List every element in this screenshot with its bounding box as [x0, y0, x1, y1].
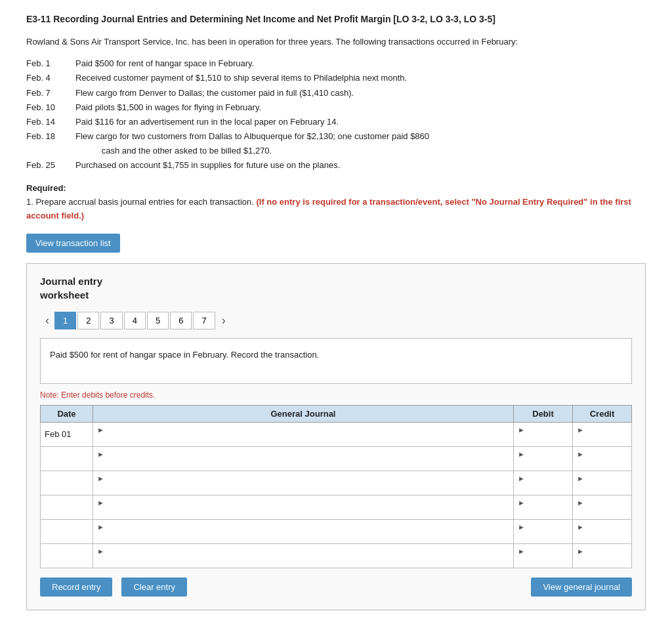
transaction-line-1: Feb. 1 Paid $500 for rent of hangar spac… [26, 56, 646, 71]
transaction-date-6: Feb. 18 [26, 129, 75, 158]
intro-paragraph: Rowland & Sons Air Transport Service, In… [26, 35, 646, 49]
clear-entry-button[interactable]: Clear entry [121, 578, 187, 597]
row6-date [41, 543, 93, 568]
transaction-text-6: Flew cargo for two customers from Dallas… [75, 129, 429, 158]
worksheet-title: Journal entryworksheet [40, 274, 632, 302]
journal-note: Note: Enter debits before credits. [40, 390, 632, 400]
main-title: E3-11 Recording Journal Entries and Dete… [26, 13, 646, 26]
row3-debit[interactable]: ► [514, 471, 573, 495]
transaction-text-7: Purchased on account $1,755 in supplies … [75, 158, 340, 173]
row3-debit-input[interactable] [518, 483, 568, 493]
row2-debit[interactable]: ► [514, 446, 573, 471]
transaction-text-2: Received customer payment of $1,510 to s… [75, 71, 407, 85]
table-row: ► ► ► [41, 471, 632, 495]
row6-credit[interactable]: ► [573, 543, 632, 568]
transaction-date-5: Feb. 14 [26, 115, 75, 129]
row5-credit-input[interactable] [577, 532, 627, 541]
row2-debit-input[interactable] [518, 459, 568, 469]
row5-credit[interactable]: ► [573, 519, 632, 543]
transaction-line-3: Feb. 7 Flew cargo from Denver to Dallas;… [26, 86, 646, 100]
row6-gj[interactable]: ► [93, 543, 514, 568]
transaction-text-4: Paid pilots $1,500 in wages for flying i… [75, 100, 261, 115]
transaction-line-2: Feb. 4 Received customer payment of $1,5… [26, 71, 646, 85]
credit-header: Credit [573, 405, 632, 422]
table-row: ► ► ► [41, 446, 632, 471]
row3-credit[interactable]: ► [573, 471, 632, 495]
transaction-date-7: Feb. 25 [26, 158, 75, 173]
row5-debit-input[interactable] [518, 532, 568, 541]
transaction-text-3: Flew cargo from Denver to Dallas; the cu… [75, 86, 354, 100]
row5-gj-input[interactable] [97, 532, 509, 541]
transaction-line-4: Feb. 10 Paid pilots $1,500 in wages for … [26, 100, 646, 115]
journal-table: Date General Journal Debit Credit Feb 01… [40, 405, 632, 568]
tab-prev-button[interactable]: ‹ [40, 311, 54, 330]
transaction-line-6: Feb. 18 Flew cargo for two customers fro… [26, 129, 646, 158]
transaction-line-7: Feb. 25 Purchased on account $1,755 in s… [26, 158, 646, 173]
tab-4-button[interactable]: 4 [124, 312, 146, 329]
row1-gj-input[interactable] [97, 434, 509, 444]
row5-debit[interactable]: ► [514, 519, 573, 543]
tab-5-button[interactable]: 5 [147, 312, 169, 329]
required-label: Required: [26, 183, 646, 193]
row2-date [41, 446, 93, 471]
journal-button-row: Record entry Clear entry View general jo… [40, 578, 632, 597]
tab-2-button[interactable]: 2 [77, 312, 99, 329]
row3-gj-input[interactable] [97, 483, 509, 493]
transaction-text-5: Paid $116 for an advertisement run in th… [75, 115, 339, 129]
row5-gj[interactable]: ► [93, 519, 514, 543]
row4-gj[interactable]: ► [93, 495, 514, 519]
transaction-date-4: Feb. 10 [26, 100, 75, 115]
tab-3-button[interactable]: 3 [100, 312, 122, 329]
required-red-text: (If no entry is required for a transacti… [26, 197, 631, 220]
row2-credit-input[interactable] [577, 459, 627, 469]
row6-debit[interactable]: ► [514, 543, 573, 568]
transaction-text-1: Paid $500 for rent of hangar space in Fe… [75, 56, 254, 71]
row4-credit-input[interactable] [577, 507, 627, 517]
row6-gj-input[interactable] [97, 556, 509, 566]
tab-7-button[interactable]: 7 [193, 312, 215, 329]
date-header: Date [41, 405, 93, 422]
row3-date [41, 471, 93, 495]
transaction-date-2: Feb. 4 [26, 71, 75, 85]
tab-1-button[interactable]: 1 [54, 312, 76, 329]
debit-header: Debit [514, 405, 573, 422]
row1-gj[interactable]: ► [93, 422, 514, 446]
row2-gj[interactable]: ► [93, 446, 514, 471]
view-transaction-button[interactable]: View transaction list [26, 234, 120, 253]
table-row: Feb 01 ► ► ► [41, 422, 632, 446]
row1-debit-input[interactable] [518, 434, 568, 444]
row3-gj[interactable]: ► [93, 471, 514, 495]
table-row: ► ► ► [41, 495, 632, 519]
tab-next-button[interactable]: › [217, 311, 231, 330]
row1-credit-input[interactable] [577, 434, 627, 444]
row4-debit-input[interactable] [518, 507, 568, 517]
row1-debit[interactable]: ► [514, 422, 573, 446]
transaction-line-5: Feb. 14 Paid $116 for an advertisement r… [26, 115, 646, 129]
table-row: ► ► ► [41, 519, 632, 543]
table-row: ► ► ► [41, 543, 632, 568]
row5-date [41, 519, 93, 543]
transaction-date-1: Feb. 1 [26, 56, 75, 71]
row3-credit-input[interactable] [577, 483, 627, 493]
row2-credit[interactable]: ► [573, 446, 632, 471]
record-entry-button[interactable]: Record entry [40, 578, 112, 597]
general-journal-header: General Journal [93, 405, 514, 422]
row2-gj-input[interactable] [97, 459, 509, 469]
row4-debit[interactable]: ► [514, 495, 573, 519]
required-instructions: 1. Prepare accrual basis journal entries… [26, 196, 646, 223]
row4-gj-input[interactable] [97, 507, 509, 517]
row1-date: Feb 01 [41, 422, 93, 446]
row1-credit[interactable]: ► [573, 422, 632, 446]
transaction-description: Paid $500 for rent of hangar space in Fe… [40, 338, 632, 384]
required-section: Required: 1. Prepare accrual basis journ… [26, 183, 646, 223]
transaction-date-3: Feb. 7 [26, 86, 75, 100]
tab-6-button[interactable]: 6 [170, 312, 192, 329]
transactions-list: Feb. 1 Paid $500 for rent of hangar spac… [26, 56, 646, 173]
row6-credit-input[interactable] [577, 556, 627, 566]
view-general-journal-button[interactable]: View general journal [531, 578, 632, 597]
row4-credit[interactable]: ► [573, 495, 632, 519]
tab-navigation: ‹ 1 2 3 4 5 6 7 › [40, 311, 632, 330]
row4-date [41, 495, 93, 519]
worksheet-container: Journal entryworksheet ‹ 1 2 3 4 5 6 7 ›… [26, 263, 646, 610]
row6-debit-input[interactable] [518, 556, 568, 566]
